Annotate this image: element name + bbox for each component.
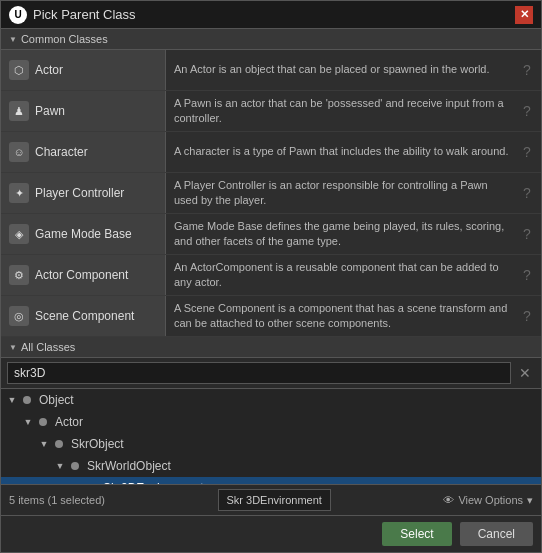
class-help-icon[interactable]: ?: [517, 214, 541, 254]
tree-item[interactable]: ▼Object: [1, 389, 541, 411]
ue-logo: U: [9, 6, 27, 24]
status-text: 5 items (1 selected): [9, 494, 105, 506]
class-name: Game Mode Base: [35, 227, 132, 241]
class-item: ◎Scene ComponentA Scene Component is a c…: [1, 296, 541, 337]
tree-arrow: ▼: [37, 439, 51, 449]
class-button-game-mode-base[interactable]: ◈Game Mode Base: [1, 214, 166, 254]
class-item: ✦Player ControllerA Player Controller is…: [1, 173, 541, 214]
class-button-pawn[interactable]: ♟Pawn: [1, 91, 166, 131]
status-bar: 5 items (1 selected) Skr 3DEnvironment 👁…: [1, 484, 541, 515]
class-name: Pawn: [35, 104, 65, 118]
tree-node-label: Actor: [55, 415, 83, 429]
class-help-icon[interactable]: ?: [517, 296, 541, 336]
footer-buttons: Select Cancel: [1, 515, 541, 552]
class-description: A Pawn is an actor that can be 'possesse…: [166, 91, 517, 131]
tree-item[interactable]: Skr3DEnvironment: [1, 477, 541, 484]
tree-arrow: ▼: [21, 417, 35, 427]
all-classes-header: ▼ All Classes: [1, 337, 541, 358]
common-classes-header: ▼ Common Classes: [1, 29, 541, 50]
all-classes-section: ▼ All Classes ✕ ▼Object▼Actor▼SkrObject▼…: [1, 337, 541, 515]
window-title: Pick Parent Class: [33, 7, 136, 22]
tree-arrow: ▼: [53, 461, 67, 471]
tree-node-icon: [19, 392, 35, 408]
tree-node-icon: [51, 436, 67, 452]
class-button-player-controller[interactable]: ✦Player Controller: [1, 173, 166, 213]
class-name: Player Controller: [35, 186, 124, 200]
search-input[interactable]: [7, 362, 511, 384]
all-classes-arrow: ▼: [9, 343, 17, 352]
class-icon-player-controller: ✦: [9, 183, 29, 203]
class-button-character[interactable]: ☺Character: [1, 132, 166, 172]
class-description: An ActorComponent is a reusable componen…: [166, 255, 517, 295]
search-bar: ✕: [1, 358, 541, 389]
class-icon-actor-component: ⚙: [9, 265, 29, 285]
class-name: Actor Component: [35, 268, 128, 282]
class-description: A Player Controller is an actor responsi…: [166, 173, 517, 213]
class-help-icon[interactable]: ?: [517, 91, 541, 131]
select-button[interactable]: Select: [382, 522, 451, 546]
view-options-label: View Options: [458, 494, 523, 506]
class-icon-scene-component: ◎: [9, 306, 29, 326]
class-button-scene-component[interactable]: ◎Scene Component: [1, 296, 166, 336]
view-options-button[interactable]: 👁 View Options ▾: [443, 494, 533, 507]
title-bar: U Pick Parent Class ✕: [1, 1, 541, 29]
close-button[interactable]: ✕: [515, 6, 533, 24]
class-description: An Actor is an object that can be placed…: [166, 50, 517, 90]
tree-item[interactable]: ▼Actor: [1, 411, 541, 433]
cancel-button[interactable]: Cancel: [460, 522, 533, 546]
tree-node-label: SkrObject: [71, 437, 124, 451]
class-item: ♟PawnA Pawn is an actor that can be 'pos…: [1, 91, 541, 132]
class-name: Actor: [35, 63, 63, 77]
class-help-icon[interactable]: ?: [517, 132, 541, 172]
tree-item[interactable]: ▼SkrObject: [1, 433, 541, 455]
class-button-actor-component[interactable]: ⚙Actor Component: [1, 255, 166, 295]
class-item: ◈Game Mode BaseGame Mode Base defines th…: [1, 214, 541, 255]
view-options-icon: 👁: [443, 494, 454, 506]
class-item: ⬡ActorAn Actor is an object that can be …: [1, 50, 541, 91]
class-item: ☺CharacterA character is a type of Pawn …: [1, 132, 541, 173]
class-help-icon[interactable]: ?: [517, 255, 541, 295]
common-classes-section: ▼ Common Classes ⬡ActorAn Actor is an ob…: [1, 29, 541, 337]
tree-node-icon: [67, 458, 83, 474]
class-name: Scene Component: [35, 309, 134, 323]
class-icon-character: ☺: [9, 142, 29, 162]
all-classes-label: All Classes: [21, 341, 75, 353]
tree-view[interactable]: ▼Object▼Actor▼SkrObject▼SkrWorldObjectSk…: [1, 389, 541, 484]
pick-parent-class-dialog: U Pick Parent Class ✕ ▼ Common Classes ⬡…: [0, 0, 542, 553]
class-icon-game-mode-base: ◈: [9, 224, 29, 244]
class-help-icon[interactable]: ?: [517, 173, 541, 213]
class-description: A Scene Component is a component that ha…: [166, 296, 517, 336]
tree-node-label: SkrWorldObject: [87, 459, 171, 473]
class-button-actor[interactable]: ⬡Actor: [1, 50, 166, 90]
class-item: ⚙Actor ComponentAn ActorComponent is a r…: [1, 255, 541, 296]
class-help-icon[interactable]: ?: [517, 50, 541, 90]
tooltip-box: Skr 3DEnvironment: [218, 489, 331, 511]
common-classes-label: Common Classes: [21, 33, 108, 45]
class-icon-actor: ⬡: [9, 60, 29, 80]
common-classes-arrow: ▼: [9, 35, 17, 44]
tree-arrow: ▼: [5, 395, 19, 405]
class-list: ⬡ActorAn Actor is an object that can be …: [1, 50, 541, 337]
class-description: Game Mode Base defines the game being pl…: [166, 214, 517, 254]
title-bar-left: U Pick Parent Class: [9, 6, 136, 24]
class-icon-pawn: ♟: [9, 101, 29, 121]
search-clear-button[interactable]: ✕: [515, 365, 535, 381]
tree-node-icon: [35, 414, 51, 430]
tree-node-label: Object: [39, 393, 74, 407]
class-name: Character: [35, 145, 88, 159]
tree-item[interactable]: ▼SkrWorldObject: [1, 455, 541, 477]
class-description: A character is a type of Pawn that inclu…: [166, 132, 517, 172]
view-options-chevron: ▾: [527, 494, 533, 507]
